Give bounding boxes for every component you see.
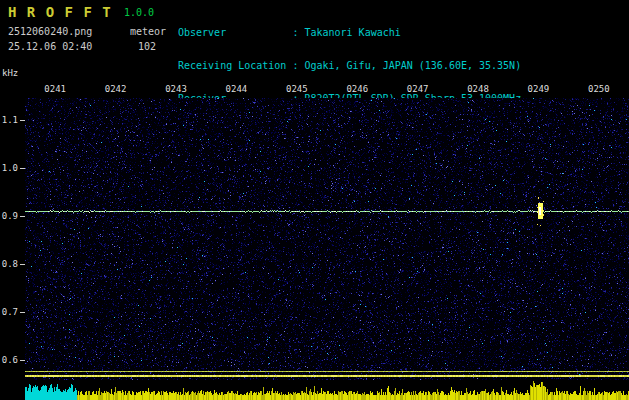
signal-bars-canvas bbox=[25, 380, 629, 400]
y-axis-unit: kHz bbox=[2, 68, 18, 78]
time-tick-label: 0246 bbox=[327, 84, 387, 94]
time-tick-label: 0242 bbox=[85, 84, 145, 94]
info-value: Takanori Kawachi bbox=[304, 27, 400, 38]
freq-tick-label: 1.0 bbox=[0, 163, 18, 173]
info-colon: : bbox=[292, 60, 304, 71]
freq-tick-label: 0.7 bbox=[0, 307, 18, 317]
time-tick-label: 0243 bbox=[146, 84, 206, 94]
info-row-location: Receiving Location: Ogaki, Gifu, JAPAN (… bbox=[178, 60, 521, 71]
time-tick-label: 0249 bbox=[508, 84, 568, 94]
datetime-label: 25.12.06 02:40 bbox=[8, 41, 92, 52]
freq-tick-label: 0.6 bbox=[0, 355, 18, 365]
time-tick-label: 0250 bbox=[569, 84, 629, 94]
time-tick-label: 0247 bbox=[387, 84, 447, 94]
info-value: Ogaki, Gifu, JAPAN (136.60E, 35.35N) bbox=[304, 60, 521, 71]
freq-tick-label: 1.1 bbox=[0, 115, 18, 125]
info-label: Receiving Location bbox=[178, 60, 292, 71]
mode-label: meteor bbox=[130, 26, 166, 37]
app-version: 1.0.0 bbox=[124, 7, 154, 18]
output-filename: 2512060240.png bbox=[8, 26, 92, 37]
info-row-observer: Observer: Takanori Kawachi bbox=[178, 27, 521, 38]
time-tick-label: 0244 bbox=[206, 84, 266, 94]
time-tick-label: 0245 bbox=[267, 84, 327, 94]
echo-count: 102 bbox=[138, 41, 156, 52]
time-tick-label: 0241 bbox=[25, 84, 85, 94]
freq-tick-label: 0.9 bbox=[0, 211, 18, 221]
app-logo: H R O F F T bbox=[8, 4, 112, 20]
info-colon: : bbox=[292, 27, 304, 38]
time-axis: 0241 0242 0243 0244 0245 0246 0247 0248 … bbox=[25, 84, 629, 94]
time-tick-label: 0248 bbox=[448, 84, 508, 94]
freq-tick-label: 0.8 bbox=[0, 259, 18, 269]
info-label: Observer bbox=[178, 27, 292, 38]
spectrogram-canvas bbox=[25, 98, 629, 380]
hrofft-screen: H R O F F T 1.0.0 2512060240.png meteor … bbox=[0, 0, 629, 400]
